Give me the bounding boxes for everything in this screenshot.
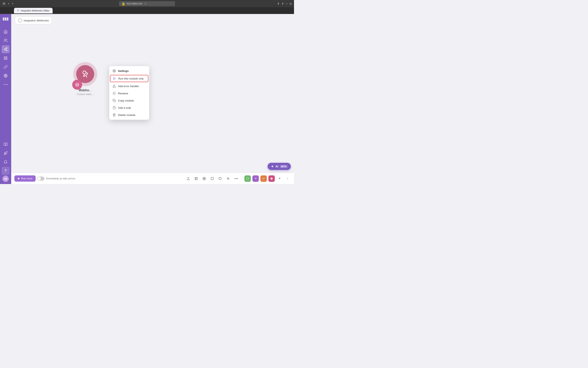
context-menu-rename[interactable]: Rename [109, 90, 149, 97]
reload-icon: ↺ [144, 2, 146, 5]
sidebar: ? AB [0, 14, 11, 184]
svg-point-25 [76, 83, 79, 86]
copy-icon [112, 99, 116, 102]
toolbar-save-btn[interactable] [185, 175, 191, 182]
svg-point-24 [83, 71, 86, 74]
window-icon[interactable]: ⧉ [290, 2, 292, 5]
run-once-play-icon [18, 177, 20, 180]
svg-marker-27 [114, 77, 115, 80]
run-once-button[interactable]: Run once [14, 175, 35, 182]
toolbar-divider [242, 176, 242, 181]
toolbar-add-btn[interactable]: + [276, 175, 283, 182]
lock-icon: 🔒 [121, 2, 125, 6]
download-icon[interactable]: ⬇ [277, 2, 280, 5]
ai-sparkle-icon [271, 165, 274, 168]
toggle-knob [38, 177, 41, 180]
svg-point-40 [235, 178, 235, 179]
module-webhook-icon [80, 69, 90, 79]
breadcrumb-bar: ← Integration Webhooks [11, 14, 294, 27]
svg-rect-7 [5, 19, 6, 20]
active-tab[interactable]: /// Integration Webhooks | Make [14, 8, 53, 13]
svg-rect-34 [195, 177, 197, 180]
note-icon [112, 106, 116, 110]
svg-marker-30 [113, 92, 115, 94]
back-btn[interactable] [7, 2, 10, 5]
toolbar-orange-btn[interactable]: LT [260, 175, 267, 182]
add-error-label: Add error handler [118, 85, 139, 88]
ai-label: AI [276, 165, 278, 168]
delete-module-label: Delete module [118, 113, 135, 117]
svg-rect-15 [4, 57, 5, 58]
sidebar-item-apps[interactable] [2, 54, 9, 62]
pink-btn-icon [270, 177, 273, 180]
tab-bar: /// Integration Webhooks | Make [0, 7, 294, 14]
sidebar-bottom: ? AB [2, 140, 9, 182]
sidebar-item-globe[interactable] [2, 72, 9, 80]
svg-point-22 [5, 84, 6, 85]
orange-btn-label: LT [263, 178, 265, 180]
context-menu-delete[interactable]: Delete module [109, 111, 149, 119]
context-menu-add-error[interactable]: Add error handler [109, 83, 149, 90]
sidebar-item-more[interactable] [2, 81, 9, 89]
breadcrumb-back-icon: ← [18, 18, 22, 22]
logo[interactable] [1, 16, 10, 24]
context-menu-add-note[interactable]: Add a note [109, 104, 149, 111]
play-icon [113, 77, 116, 80]
ai-beta-badge: BETA [280, 165, 288, 168]
context-menu-copy[interactable]: Copy module [109, 97, 149, 104]
svg-marker-32 [18, 178, 20, 180]
share-icon[interactable]: ⬆ [281, 2, 284, 5]
svg-line-14 [5, 48, 6, 49]
toolbar-notes-btn[interactable] [209, 175, 215, 182]
context-menu-settings[interactable]: Settings [109, 67, 149, 74]
sidebar-item-home[interactable] [2, 28, 9, 36]
sidebar-item-users[interactable] [2, 37, 9, 45]
new-tab-icon[interactable]: + [286, 2, 288, 5]
toolbar-pink-btn[interactable] [268, 175, 275, 182]
svg-rect-17 [4, 58, 5, 60]
sidebar-item-scenarios[interactable] [2, 45, 9, 53]
module-sub-circle [72, 80, 82, 90]
toolbar-undo-btn[interactable] [217, 175, 223, 182]
toolbar-strikethrough-btn[interactable] [225, 175, 231, 182]
toolbar-collapse-btn[interactable]: ‹ [284, 175, 291, 182]
schedule-toggle[interactable] [37, 177, 44, 181]
sidebar-toggle-btn[interactable] [2, 2, 6, 5]
purple-btn-label: ✕ [255, 177, 257, 180]
ai-button[interactable]: AI BETA [268, 163, 291, 170]
browser-right-controls[interactable]: ⬇ ⬆ + ⧉ [277, 2, 292, 5]
toolbar-green-btn[interactable] [244, 175, 251, 182]
forward-btn[interactable] [11, 2, 14, 5]
sidebar-item-docs[interactable] [2, 140, 9, 148]
module-sublabel: Custom webh... [77, 93, 93, 96]
module-label: Webho... [79, 89, 92, 92]
bottom-toolbar: Run once Immediately as data arrives [11, 173, 294, 184]
sidebar-item-help[interactable]: ? [2, 167, 9, 175]
toolbar-more-btn[interactable] [233, 175, 239, 182]
sidebar-item-notifications[interactable] [2, 158, 9, 166]
sidebar-item-launch[interactable] [2, 149, 9, 157]
toolbar-purple-btn[interactable]: ✕ [252, 175, 259, 182]
app-container: ? AB ← Integration Webhooks [0, 14, 294, 184]
avatar[interactable]: AB [2, 175, 9, 182]
toolbar-settings-btn[interactable] [201, 175, 207, 182]
svg-rect-6 [3, 19, 4, 20]
breadcrumb-item[interactable]: ← Integration Webhooks [15, 17, 52, 24]
context-menu-run-module[interactable]: Run this module only [110, 75, 149, 82]
avatar-initials: AB [4, 178, 7, 180]
svg-rect-1 [3, 3, 5, 4]
run-once-label: Run once [21, 177, 32, 180]
browser-chrome: 🔒 eu2.make.com ↺ ⬇ ⬆ + ⧉ [0, 0, 294, 7]
address-bar[interactable]: 🔒 eu2.make.com ↺ [119, 1, 175, 6]
run-module-label: Run this module only [118, 77, 144, 80]
module-node-webhook[interactable]: Webho... Custom webh... [73, 62, 97, 96]
browser-window-controls[interactable] [2, 2, 14, 5]
context-menu: Settings Run this module only [109, 66, 149, 120]
svg-rect-38 [211, 177, 213, 180]
svg-rect-5 [7, 18, 9, 19]
toolbar-layout-btn[interactable] [193, 175, 199, 182]
add-note-label: Add a note [118, 106, 131, 109]
tab-title: Integration Webhooks | Make [21, 9, 49, 12]
sidebar-item-connections[interactable] [2, 63, 9, 71]
svg-point-42 [237, 178, 238, 179]
